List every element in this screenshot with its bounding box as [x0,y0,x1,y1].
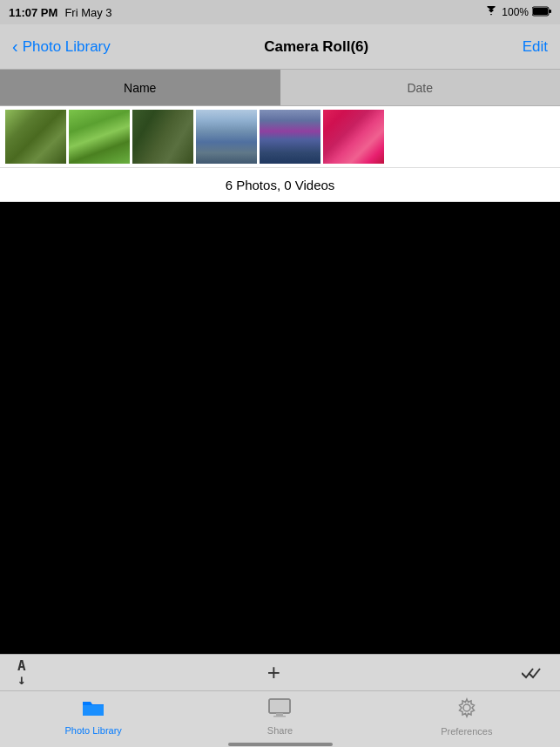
segment-date[interactable]: Date [280,70,561,105]
svg-rect-3 [269,699,290,713]
status-bar: 11:07 PM Fri May 3 100% [0,0,560,24]
sort-icon: A↓ [17,659,26,687]
segment-control: Name Date [0,70,560,106]
thumb-img-5 [260,110,320,164]
status-right-icons: 100% [484,6,551,19]
thumb-img-6 [323,110,384,164]
back-label: Photo Library [23,38,111,56]
status-date: Fri May 3 [64,6,111,19]
svg-rect-5 [276,713,283,716]
photo-thumb-4[interactable] [196,110,257,164]
main-content [0,202,560,655]
thumb-img-3 [132,110,193,164]
tab-share[interactable]: Share [186,691,373,742]
tab-photo-library[interactable]: Photo Library [0,691,186,742]
photo-count-bar: 6 Photos, 0 Videos [0,167,560,202]
photo-thumb-5[interactable] [260,110,320,164]
photo-library-icon [81,698,105,723]
battery-icon [532,6,551,19]
wifi-icon [484,6,498,19]
tab-bar-tabs: Photo Library Share [0,691,560,742]
share-icon [268,698,291,723]
home-indicator [0,742,560,747]
edit-button[interactable]: Edit [523,38,548,56]
add-icon: + [267,659,280,686]
svg-rect-2 [533,8,548,15]
check-button[interactable] [522,666,543,680]
preferences-icon [456,697,477,723]
back-button[interactable]: ‹ Photo Library [12,37,111,57]
photo-thumb-2[interactable] [69,110,130,164]
sort-button[interactable]: A↓ [17,659,26,687]
photo-count-label: 6 Photos, 0 Videos [226,178,335,192]
tab-photo-library-label: Photo Library [64,725,121,736]
back-chevron-icon: ‹ [12,37,18,57]
tab-preferences[interactable]: Preferences [374,691,560,742]
photo-strip [0,106,560,167]
tab-bar: A↓ + Photo Library [0,654,560,747]
svg-point-7 [463,704,470,711]
tab-preferences-label: Preferences [441,726,492,737]
status-time: 11:07 PM [9,6,57,19]
svg-rect-1 [549,10,551,13]
home-indicator-bar [228,743,333,746]
segment-name[interactable]: Name [0,70,280,105]
thumb-img-1 [5,110,66,164]
battery-level: 100% [502,6,529,18]
toolbar-icons: A↓ + [0,655,560,691]
thumb-img-2 [69,110,130,164]
photo-thumb-1[interactable] [5,110,66,164]
nav-title: Camera Roll(6) [264,38,368,56]
nav-bar: ‹ Photo Library Camera Roll(6) Edit [0,24,560,70]
add-button[interactable]: + [267,659,280,686]
thumb-img-4 [196,110,257,164]
photo-thumb-3[interactable] [132,110,193,164]
checkmark-icon [522,666,543,680]
tab-share-label: Share [267,725,293,736]
photo-thumb-6[interactable] [323,110,384,164]
svg-rect-6 [273,716,286,717]
